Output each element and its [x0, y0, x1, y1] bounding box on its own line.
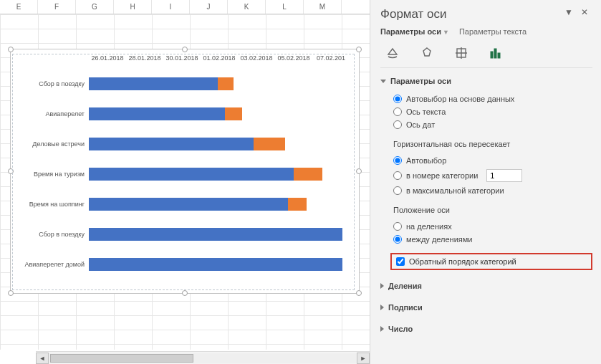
category-number-input[interactable]	[486, 169, 522, 182]
bar-segment-series1[interactable]	[89, 107, 225, 120]
bar-row[interactable]: Авиаперелет	[16, 99, 354, 129]
bar-segment-series2[interactable]	[294, 168, 322, 181]
category-axis-label[interactable]: Сбор в поездку	[16, 80, 89, 87]
radio-crosses-max[interactable]: в максимальной категории	[393, 184, 592, 197]
radio-input[interactable]	[393, 171, 402, 180]
bar-segment-series1[interactable]	[89, 138, 254, 150]
pane-menu-button[interactable]: ▼	[561, 7, 577, 21]
category-axis-label[interactable]: Деловые встречи	[16, 140, 89, 148]
resize-handle[interactable]	[356, 168, 362, 174]
col-header[interactable]: F	[38, 0, 76, 14]
section-axis-options: Параметры оси Автовыбор на основе данных…	[380, 72, 592, 273]
resize-handle[interactable]	[356, 47, 362, 52]
col-header[interactable]: M	[304, 0, 342, 14]
bar-segment-series1[interactable]	[89, 228, 342, 241]
col-header[interactable]: K	[228, 0, 266, 14]
radio-input[interactable]	[393, 235, 402, 244]
scroll-thumb[interactable]	[50, 354, 193, 363]
tab-text-options[interactable]: Параметры текста	[459, 27, 527, 36]
radio-input[interactable]	[393, 222, 402, 231]
radio-axis-text[interactable]: Ось текста	[393, 105, 592, 118]
x-axis[interactable]: 26.01.2018 28.01.2018 30.01.2018 01.02.2…	[13, 54, 354, 69]
chevron-right-icon	[380, 326, 384, 332]
bar-row[interactable]: Время на шоппинг	[16, 189, 354, 219]
radio-position-between-ticks[interactable]: между делениями	[393, 233, 592, 246]
radio-input[interactable]	[393, 95, 402, 103]
checkbox-input[interactable]	[396, 257, 405, 266]
scroll-right-button[interactable]: ►	[357, 353, 370, 364]
fill-line-icon[interactable]	[383, 44, 402, 62]
radio-axis-auto[interactable]: Автовыбор на основе данных	[393, 92, 592, 105]
x-tick-label: 01.02.2018	[201, 54, 238, 69]
section-title: Число	[388, 325, 413, 333]
worksheet-area[interactable]: E F G H I J K L M 26.01.2018 28.01.2018 …	[0, 0, 370, 364]
chart-object[interactable]: 26.01.2018 28.01.2018 30.01.2018 01.02.2…	[10, 49, 360, 294]
resize-handle[interactable]	[8, 290, 14, 296]
radio-input[interactable]	[393, 120, 402, 129]
resize-handle[interactable]	[182, 47, 188, 52]
radio-input[interactable]	[393, 156, 402, 165]
tab-axis-options[interactable]: Параметры оси▼	[380, 27, 449, 36]
pane-title: Формат оси	[380, 7, 561, 21]
category-axis-label[interactable]: Время на шоппинг	[16, 201, 89, 208]
radio-position-on-ticks[interactable]: на делениях	[393, 220, 592, 233]
bar-row[interactable]: Авиаперелет домой	[16, 249, 354, 279]
bar-segment-series1[interactable]	[89, 77, 218, 90]
category-axis-label[interactable]: Время на туризм	[16, 171, 89, 178]
category-axis-label[interactable]: Авиаперелет	[16, 110, 89, 118]
x-tick-label: 03.02.2018	[238, 54, 275, 69]
bar-segment-series1[interactable]	[89, 198, 288, 211]
radio-axis-date[interactable]: Ось дат	[393, 118, 592, 131]
chevron-right-icon	[380, 283, 384, 289]
size-properties-icon[interactable]	[452, 44, 471, 62]
section-toggle[interactable]: Деления	[380, 277, 592, 294]
scroll-left-button[interactable]: ◄	[36, 353, 49, 364]
axis-options-icon[interactable]	[486, 44, 505, 62]
section-number: Число	[380, 320, 592, 337]
svg-rect-4	[498, 53, 500, 58]
scroll-track[interactable]	[49, 353, 357, 363]
tab-label: Параметры оси	[380, 27, 441, 36]
bar-segment-series1[interactable]	[89, 258, 342, 271]
section-toggle[interactable]: Число	[380, 320, 592, 337]
bar-track	[89, 168, 354, 181]
radio-input[interactable]	[393, 107, 402, 116]
section-toggle[interactable]: Параметры оси	[380, 72, 592, 90]
pane-close-button[interactable]: ✕	[577, 7, 592, 21]
bar-track	[89, 138, 354, 150]
bar-segment-series2[interactable]	[218, 77, 234, 90]
bar-segment-series2[interactable]	[225, 107, 242, 120]
radio-input[interactable]	[393, 186, 402, 195]
col-header[interactable]: J	[190, 0, 228, 14]
col-header[interactable]: L	[266, 0, 304, 14]
svg-rect-3	[494, 49, 496, 58]
col-header[interactable]: H	[114, 0, 152, 14]
resize-handle[interactable]	[8, 47, 14, 52]
bar-row[interactable]: Сбор в поездку	[16, 69, 354, 99]
col-header[interactable]: E	[0, 0, 38, 14]
section-toggle[interactable]: Подписи	[380, 299, 592, 316]
bar-segment-series1[interactable]	[89, 168, 294, 181]
plot-area[interactable]: 26.01.2018 28.01.2018 30.01.2018 01.02.2…	[12, 54, 355, 290]
checkbox-reverse-order[interactable]: Обратный порядок категорий	[396, 257, 588, 266]
bar-row[interactable]: Время на туризм	[16, 159, 354, 189]
effects-icon[interactable]	[418, 44, 436, 62]
bar-segment-series2[interactable]	[288, 198, 307, 211]
pane-header: Формат оси ▼ ✕	[380, 0, 592, 24]
resize-handle[interactable]	[182, 290, 188, 296]
axis-position-heading: Положение оси	[380, 201, 592, 217]
category-axis-label[interactable]: Сбор в поездку	[16, 231, 89, 238]
bar-row[interactable]: Деловые встречи	[16, 129, 354, 159]
axis-position-group: на делениях между делениями	[380, 217, 592, 250]
col-header[interactable]: I	[152, 0, 190, 14]
bar-track	[89, 228, 354, 241]
resize-handle[interactable]	[356, 290, 362, 296]
horizontal-scrollbar[interactable]: ◄ ►	[36, 351, 370, 364]
bar-segment-series2[interactable]	[254, 138, 285, 150]
category-axis-label[interactable]: Авиаперелет домой	[16, 261, 89, 268]
x-tick-label: 30.01.2018	[163, 54, 201, 69]
radio-crosses-auto[interactable]: Автовыбор	[393, 154, 592, 167]
bar-row[interactable]: Сбор в поездку	[16, 219, 354, 249]
radio-crosses-category[interactable]: в номере категории	[393, 167, 592, 184]
col-header[interactable]: G	[76, 0, 114, 14]
